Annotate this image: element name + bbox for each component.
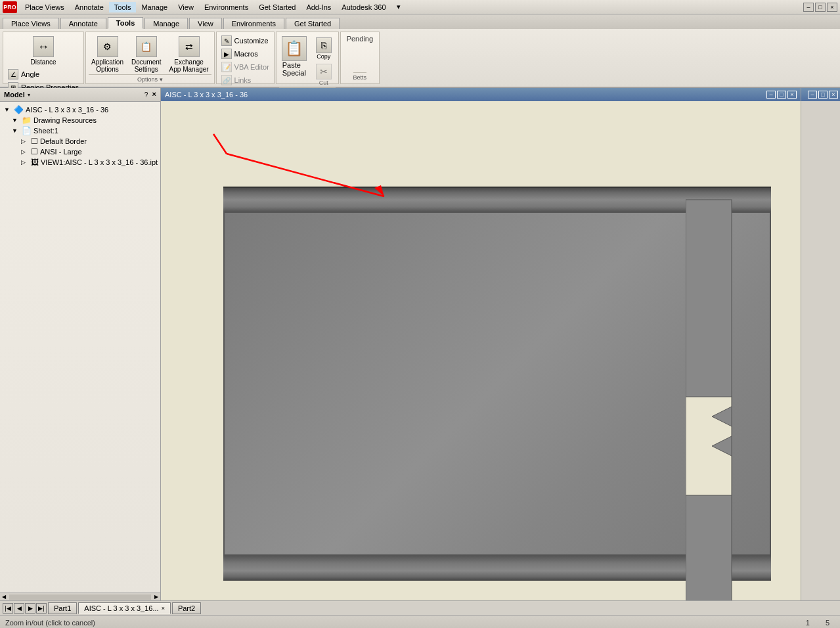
drawing-close-button[interactable]: × bbox=[787, 91, 797, 99]
drawing-area[interactable]: AISC - L 3 x 3 x 3_16 - 36 – □ × bbox=[161, 88, 801, 600]
tab-place-views[interactable]: Place Views bbox=[3, 18, 59, 29]
sheet1-icon: 📄 bbox=[22, 126, 32, 135]
doc-settings-label: DocumentSettings bbox=[131, 58, 162, 73]
tab-part1[interactable]: Part1 bbox=[48, 602, 77, 614]
right-mini-panel: – □ × bbox=[801, 88, 840, 600]
drawing-resources-expand[interactable]: ▼ bbox=[12, 117, 20, 123]
menu-view[interactable]: View bbox=[173, 2, 199, 12]
macros-label: Macros bbox=[234, 50, 258, 58]
drawing-resources-label: Drawing Resources bbox=[33, 116, 97, 124]
ribbon-group-clipboard: 📋 PasteSpecial ⎘ Copy ✂ Cut bbox=[276, 32, 339, 84]
menu-manage[interactable]: Manage bbox=[136, 2, 173, 12]
app-options-icon: ⚙ bbox=[97, 36, 118, 57]
tab-scroll-next-button[interactable]: ▶ bbox=[25, 603, 35, 614]
macros-button[interactable]: ▶ Macros bbox=[219, 48, 271, 60]
tab-manage[interactable]: Manage bbox=[144, 18, 188, 29]
total-pages: 5 bbox=[820, 619, 835, 627]
scroll-left-button[interactable]: ◀ bbox=[0, 593, 8, 601]
measure-col: ↔ Distance ∠ Angle ⊞ Region Properties bbox=[6, 35, 81, 93]
panel-close-button[interactable]: × bbox=[152, 90, 156, 99]
maximize-button[interactable]: □ bbox=[815, 3, 826, 12]
tab-part1-label: Part1 bbox=[54, 604, 71, 612]
distance-label: Distance bbox=[31, 58, 56, 66]
links-button[interactable]: 🔗 Links bbox=[219, 74, 271, 86]
menu-add-ins[interactable]: Add-Ins bbox=[301, 2, 336, 12]
tree-item-ansi-large[interactable]: ▷ ☐ ANSI - Large bbox=[3, 146, 158, 157]
minimize-button[interactable]: – bbox=[803, 3, 814, 12]
customize-label: Customize bbox=[234, 37, 269, 45]
menu-environments[interactable]: Environments bbox=[199, 2, 254, 12]
menu-tools[interactable]: Tools bbox=[109, 2, 137, 12]
customize-icon: ✎ bbox=[221, 35, 232, 46]
main-layout: Model ▾ ? × ▼ 🔷 AISC - L 3 x 3 x 3_16 - … bbox=[0, 88, 840, 600]
drawing-minimize-button[interactable]: – bbox=[766, 91, 776, 99]
root-label: AISC - L 3 x 3 x 3_16 - 36 bbox=[26, 106, 108, 114]
drawing-window-controls: – □ × bbox=[766, 91, 797, 99]
cut-button[interactable]: ✂ Cut bbox=[312, 62, 336, 87]
tab-aisc-close[interactable]: × bbox=[162, 605, 165, 612]
statusbar: Zoom in/out (click to cancel) 1 5 bbox=[0, 615, 840, 628]
ansi-large-expand[interactable]: ▷ bbox=[21, 148, 29, 155]
copy-button[interactable]: ⎘ Copy bbox=[312, 36, 336, 61]
doc-settings-icon: 📋 bbox=[136, 36, 157, 57]
view1-expand[interactable]: ▷ bbox=[21, 159, 29, 166]
mini-panel-content bbox=[801, 101, 840, 600]
tree-item-drawing-resources[interactable]: ▼ 📁 Drawing Resources bbox=[3, 115, 158, 125]
panel-dropdown-arrow[interactable]: ▾ bbox=[28, 92, 30, 98]
mini-minimize-button[interactable]: – bbox=[808, 91, 817, 99]
tab-annotate[interactable]: Annotate bbox=[60, 18, 106, 29]
app-options-button[interactable]: ⚙ ApplicationOptions bbox=[89, 35, 126, 74]
tab-scroll-buttons: |◀ ◀ ▶ ▶| bbox=[3, 603, 47, 614]
left-panel: Model ▾ ? × ▼ 🔷 AISC - L 3 x 3 x 3_16 - … bbox=[0, 88, 161, 600]
tree-item-default-border[interactable]: ▷ ☐ Default Border bbox=[3, 136, 158, 146]
menubar: PRO Place Views Annotate Tools Manage Vi… bbox=[0, 0, 840, 14]
page-number: 1 bbox=[801, 619, 815, 627]
exchange-icon: ⇄ bbox=[179, 36, 200, 57]
doc-settings-button[interactable]: 📋 DocumentSettings bbox=[129, 35, 164, 74]
app-logo[interactable]: PRO bbox=[3, 1, 17, 13]
tree-item-view1[interactable]: ▷ 🖼 VIEW1:AISC - L 3 x 3 x 3_16 - 36.ipt bbox=[3, 157, 158, 168]
menu-autodesk360[interactable]: Autodesk 360 bbox=[336, 2, 391, 12]
panel-title-row: Model ▾ bbox=[4, 91, 30, 99]
tab-view[interactable]: View bbox=[189, 18, 222, 29]
menu-get-started[interactable]: Get Started bbox=[254, 2, 301, 12]
tab-get-started[interactable]: Get Started bbox=[286, 18, 340, 29]
distance-button[interactable]: ↔ Distance bbox=[6, 35, 81, 67]
tree-item-sheet1[interactable]: ▼ 📄 Sheet:1 bbox=[3, 125, 158, 136]
customize-button[interactable]: ✎ Customize bbox=[219, 35, 271, 47]
sheet1-expand[interactable]: ▼ bbox=[12, 127, 20, 134]
tab-scroll-first-button[interactable]: |◀ bbox=[3, 603, 13, 614]
tree-container: ▼ 🔷 AISC - L 3 x 3 x 3_16 - 36 ▼ 📁 Drawi… bbox=[0, 102, 160, 593]
vba-icon: 📝 bbox=[221, 62, 232, 72]
close-button[interactable]: × bbox=[827, 3, 837, 12]
panel-help-button[interactable]: ? bbox=[142, 90, 151, 99]
exchange-button[interactable]: ⇄ ExchangeApp Manager bbox=[167, 35, 211, 74]
scroll-track[interactable] bbox=[9, 594, 151, 600]
mini-maximize-button[interactable]: □ bbox=[818, 91, 828, 99]
tab-environments[interactable]: Environments bbox=[223, 18, 284, 29]
tab-aisc[interactable]: AISC - L 3 x 3 x 3_16... × bbox=[78, 602, 171, 614]
paste-button[interactable]: 📋 PasteSpecial bbox=[279, 35, 309, 78]
options-group-label[interactable]: Options ▾ bbox=[89, 74, 211, 83]
tab-scroll-last-button[interactable]: ▶| bbox=[36, 603, 47, 614]
menu-annotate[interactable]: Annotate bbox=[70, 2, 109, 12]
tree-item-root[interactable]: ▼ 🔷 AISC - L 3 x 3 x 3_16 - 36 bbox=[3, 104, 158, 115]
drawing-maximize-button[interactable]: □ bbox=[777, 91, 786, 99]
menu-dropdown[interactable]: ▾ bbox=[391, 1, 406, 12]
menu-place-views[interactable]: Place Views bbox=[20, 2, 70, 12]
ribbon-group-betts: Pending Betts bbox=[340, 32, 380, 84]
tab-scroll-prev-button[interactable]: ◀ bbox=[14, 603, 24, 614]
copy-label: Copy bbox=[317, 53, 330, 60]
default-border-expand[interactable]: ▷ bbox=[21, 138, 29, 145]
root-expand[interactable]: ▼ bbox=[4, 106, 12, 113]
links-label: Links bbox=[234, 76, 252, 84]
tab-part2[interactable]: Part2 bbox=[172, 602, 201, 614]
copy-cut-col: ⎘ Copy ✂ Cut bbox=[312, 35, 336, 87]
paste-icon: 📋 bbox=[282, 36, 307, 61]
vba-editor-button[interactable]: 📝 VBA Editor bbox=[219, 61, 271, 73]
drawing-window-title: AISC - L 3 x 3 x 3_16 - 36 bbox=[165, 91, 766, 99]
tab-tools[interactable]: Tools bbox=[108, 17, 144, 29]
mini-close-button[interactable]: × bbox=[829, 91, 838, 99]
scroll-right-button[interactable]: ▶ bbox=[152, 593, 160, 601]
angle-button[interactable]: ∠ Angle bbox=[6, 68, 81, 80]
